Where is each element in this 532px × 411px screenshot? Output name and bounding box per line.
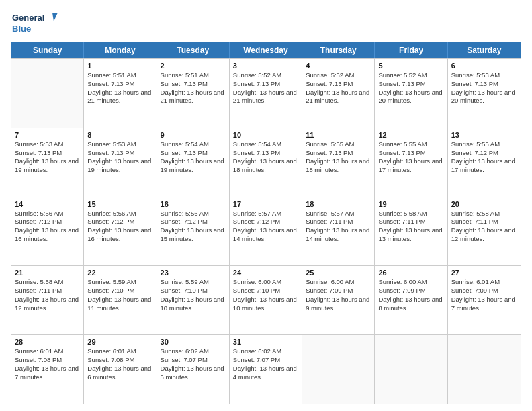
cell-day-number: 9 [161, 131, 226, 139]
cell-day-number: 8 [87, 131, 152, 139]
cell-day-number: 6 [451, 62, 517, 70]
cell-info: Sunrise: 5:51 AMSunset: 7:13 PMDaylight:… [161, 71, 226, 105]
cal-cell: 6Sunrise: 5:53 AMSunset: 7:13 PMDaylight… [448, 59, 521, 128]
header-day-monday: Monday [84, 42, 157, 58]
cal-cell: 13Sunrise: 5:55 AMSunset: 7:12 PMDayligh… [448, 128, 521, 197]
logo-svg: General Blue [11, 9, 58, 36]
cal-cell: 20Sunrise: 5:58 AMSunset: 7:11 PMDayligh… [448, 197, 521, 266]
cell-day-number: 15 [87, 200, 152, 208]
cell-info: Sunrise: 6:01 AMSunset: 7:08 PMDaylight:… [15, 347, 80, 381]
cell-info: Sunrise: 5:52 AMSunset: 7:13 PMDaylight:… [306, 71, 371, 105]
header-day-sunday: Sunday [11, 42, 84, 58]
cal-cell: 7Sunrise: 5:53 AMSunset: 7:13 PMDaylight… [11, 128, 84, 197]
page: General Blue SundayMondayTuesdayWednesda… [0, 0, 532, 411]
cal-cell: 8Sunrise: 5:53 AMSunset: 7:13 PMDaylight… [84, 128, 157, 197]
cell-day-number: 25 [306, 269, 371, 277]
cell-info: Sunrise: 5:57 AMSunset: 7:11 PMDaylight:… [306, 210, 371, 244]
cal-cell: 16Sunrise: 5:56 AMSunset: 7:12 PMDayligh… [157, 197, 230, 266]
cal-cell: 5Sunrise: 5:52 AMSunset: 7:13 PMDaylight… [375, 59, 447, 128]
cell-day-number: 22 [87, 269, 152, 277]
cell-info: Sunrise: 6:02 AMSunset: 7:07 PMDaylight:… [233, 347, 298, 381]
svg-marker-2 [52, 13, 58, 21]
week-row-5: 28Sunrise: 6:01 AMSunset: 7:08 PMDayligh… [11, 334, 521, 404]
cell-info: Sunrise: 5:52 AMSunset: 7:13 PMDaylight:… [233, 71, 298, 105]
cell-info: Sunrise: 5:54 AMSunset: 7:13 PMDaylight:… [233, 140, 298, 175]
cal-cell: 31Sunrise: 6:02 AMSunset: 7:07 PMDayligh… [230, 335, 302, 404]
cell-info: Sunrise: 6:00 AMSunset: 7:10 PMDaylight:… [233, 278, 298, 312]
cal-cell: 14Sunrise: 5:56 AMSunset: 7:12 PMDayligh… [11, 197, 84, 266]
cell-info: Sunrise: 5:56 AMSunset: 7:12 PMDaylight:… [87, 210, 152, 244]
cell-day-number: 7 [15, 131, 80, 139]
cell-day-number: 14 [15, 200, 80, 208]
cell-info: Sunrise: 5:59 AMSunset: 7:10 PMDaylight:… [161, 278, 226, 312]
cell-day-number: 20 [451, 200, 517, 208]
cal-cell: 28Sunrise: 6:01 AMSunset: 7:08 PMDayligh… [11, 335, 84, 404]
header-day-thursday: Thursday [302, 42, 375, 58]
cal-cell [302, 335, 375, 404]
cell-info: Sunrise: 5:53 AMSunset: 7:13 PMDaylight:… [451, 71, 517, 105]
calendar: SundayMondayTuesdayWednesdayThursdayFrid… [11, 42, 521, 404]
cal-cell: 11Sunrise: 5:55 AMSunset: 7:13 PMDayligh… [302, 128, 375, 197]
cell-day-number: 17 [233, 200, 298, 208]
cal-cell [375, 335, 447, 404]
header-day-wednesday: Wednesday [230, 42, 302, 58]
cell-day-number: 29 [87, 338, 152, 346]
cal-cell: 18Sunrise: 5:57 AMSunset: 7:11 PMDayligh… [302, 197, 375, 266]
week-row-3: 14Sunrise: 5:56 AMSunset: 7:12 PMDayligh… [11, 197, 521, 266]
cell-day-number: 19 [378, 200, 443, 208]
cell-info: Sunrise: 5:52 AMSunset: 7:13 PMDaylight:… [378, 71, 443, 105]
cal-cell: 30Sunrise: 6:02 AMSunset: 7:07 PMDayligh… [157, 335, 230, 404]
cell-day-number: 24 [233, 269, 298, 277]
cell-info: Sunrise: 5:59 AMSunset: 7:10 PMDaylight:… [87, 278, 152, 312]
cell-info: Sunrise: 5:54 AMSunset: 7:13 PMDaylight:… [161, 140, 226, 175]
cal-cell: 25Sunrise: 6:00 AMSunset: 7:09 PMDayligh… [302, 266, 375, 334]
cell-day-number: 28 [15, 338, 80, 346]
week-row-2: 7Sunrise: 5:53 AMSunset: 7:13 PMDaylight… [11, 128, 521, 197]
cell-info: Sunrise: 5:58 AMSunset: 7:11 PMDaylight:… [378, 210, 443, 244]
cell-info: Sunrise: 5:58 AMSunset: 7:11 PMDaylight:… [15, 278, 80, 312]
cell-day-number: 16 [161, 200, 226, 208]
cell-day-number: 5 [378, 62, 443, 70]
cal-cell: 27Sunrise: 6:01 AMSunset: 7:09 PMDayligh… [448, 266, 521, 334]
cell-info: Sunrise: 5:57 AMSunset: 7:12 PMDaylight:… [233, 210, 298, 244]
cell-day-number: 1 [87, 62, 152, 70]
cell-info: Sunrise: 6:00 AMSunset: 7:09 PMDaylight:… [378, 278, 443, 312]
cell-day-number: 4 [306, 62, 371, 70]
cell-day-number: 23 [161, 269, 226, 277]
cell-day-number: 11 [306, 131, 371, 139]
cell-day-number: 21 [15, 269, 80, 277]
cal-cell: 22Sunrise: 5:59 AMSunset: 7:10 PMDayligh… [84, 266, 157, 334]
cal-cell: 4Sunrise: 5:52 AMSunset: 7:13 PMDaylight… [302, 59, 375, 128]
calendar-header: SundayMondayTuesdayWednesdayThursdayFrid… [11, 42, 521, 58]
svg-text:Blue: Blue [12, 24, 31, 34]
cell-day-number: 27 [451, 269, 517, 277]
cal-cell: 1Sunrise: 5:51 AMSunset: 7:13 PMDaylight… [84, 59, 157, 128]
cal-cell: 19Sunrise: 5:58 AMSunset: 7:11 PMDayligh… [375, 197, 447, 266]
cal-cell: 26Sunrise: 6:00 AMSunset: 7:09 PMDayligh… [375, 266, 447, 334]
cal-cell: 15Sunrise: 5:56 AMSunset: 7:12 PMDayligh… [84, 197, 157, 266]
cell-day-number: 10 [233, 131, 298, 139]
week-row-1: 1Sunrise: 5:51 AMSunset: 7:13 PMDaylight… [11, 58, 521, 128]
cal-cell: 21Sunrise: 5:58 AMSunset: 7:11 PMDayligh… [11, 266, 84, 334]
cal-cell [448, 335, 521, 404]
cal-cell: 2Sunrise: 5:51 AMSunset: 7:13 PMDaylight… [157, 59, 230, 128]
header-day-tuesday: Tuesday [157, 42, 230, 58]
cal-cell: 9Sunrise: 5:54 AMSunset: 7:13 PMDaylight… [157, 128, 230, 197]
cell-day-number: 31 [233, 338, 298, 346]
cal-cell: 23Sunrise: 5:59 AMSunset: 7:10 PMDayligh… [157, 266, 230, 334]
header-day-saturday: Saturday [448, 42, 521, 58]
cell-info: Sunrise: 5:55 AMSunset: 7:12 PMDaylight:… [451, 140, 517, 175]
cal-cell: 29Sunrise: 6:01 AMSunset: 7:08 PMDayligh… [84, 335, 157, 404]
cell-day-number: 18 [306, 200, 371, 208]
cell-info: Sunrise: 6:01 AMSunset: 7:09 PMDaylight:… [451, 278, 517, 312]
cal-cell: 3Sunrise: 5:52 AMSunset: 7:13 PMDaylight… [230, 59, 302, 128]
cell-info: Sunrise: 5:58 AMSunset: 7:11 PMDaylight:… [451, 210, 517, 244]
svg-text:General: General [12, 13, 44, 23]
header: General Blue [11, 9, 521, 36]
cell-info: Sunrise: 5:55 AMSunset: 7:13 PMDaylight:… [306, 140, 371, 175]
cell-info: Sunrise: 5:56 AMSunset: 7:12 PMDaylight:… [15, 210, 80, 244]
cal-cell: 17Sunrise: 5:57 AMSunset: 7:12 PMDayligh… [230, 197, 302, 266]
cell-day-number: 13 [451, 131, 517, 139]
cell-info: Sunrise: 6:01 AMSunset: 7:08 PMDaylight:… [87, 347, 152, 381]
cell-info: Sunrise: 6:00 AMSunset: 7:09 PMDaylight:… [306, 278, 371, 312]
